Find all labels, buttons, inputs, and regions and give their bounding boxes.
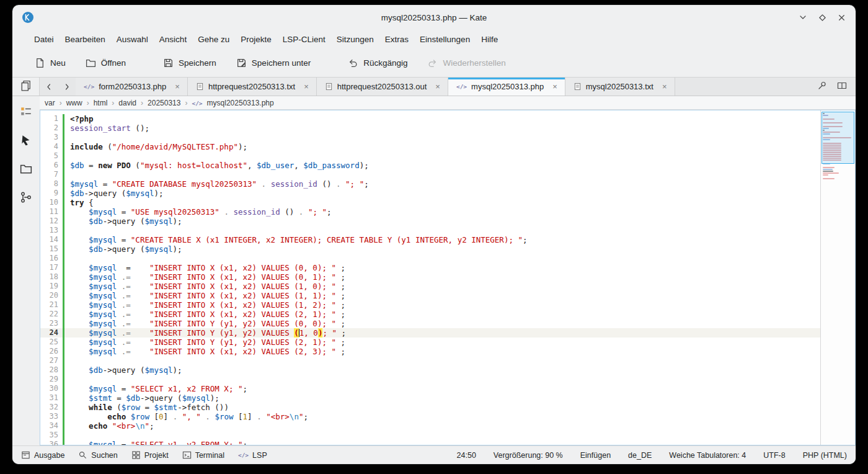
tab-form20250313-php[interactable]: </>form20250313.php× bbox=[76, 78, 188, 96]
toolbar: NeuÖffnenSpeichernSpeichern unterRückgän… bbox=[12, 48, 856, 77]
line-number: 18 bbox=[40, 272, 63, 282]
tab-close-icon[interactable]: × bbox=[661, 82, 668, 91]
window-maximize-icon[interactable] bbox=[818, 14, 826, 22]
code-area[interactable]: <?phpsession_start ();include ("/home/da… bbox=[64, 110, 820, 445]
statusbar-projekt[interactable]: Projekt bbox=[131, 450, 169, 460]
line-number: 20 bbox=[40, 291, 63, 300]
statusbar-encoding[interactable]: UTF-8 bbox=[763, 451, 785, 460]
line-number: 22 bbox=[40, 310, 63, 319]
documents-list-tool[interactable] bbox=[17, 102, 35, 121]
menu-einstellungen[interactable]: Einstellungen bbox=[414, 32, 476, 47]
line-number: 8 bbox=[40, 179, 63, 189]
code-line bbox=[70, 133, 820, 142]
documents-button[interactable] bbox=[12, 78, 40, 96]
statusbar-zoom-level[interactable]: Vergrößerung: 90 % bbox=[494, 451, 563, 460]
statusbar-terminal[interactable]: Terminal bbox=[182, 450, 224, 460]
code-line: $mysql = "USE mysql20250313" . session_i… bbox=[70, 207, 820, 217]
menu-sitzungen[interactable]: Sitzungen bbox=[331, 32, 379, 47]
tab-close-icon[interactable]: × bbox=[174, 82, 181, 91]
window-shade-icon[interactable] bbox=[799, 13, 807, 22]
code-line: $db->query ($mysql); bbox=[70, 365, 820, 375]
filesystem-tool[interactable] bbox=[17, 159, 35, 178]
statusbar-dictionary[interactable]: de_DE bbox=[628, 451, 652, 460]
window-title: mysql20250313.php — Kate bbox=[12, 13, 856, 22]
minimap-viewport[interactable] bbox=[822, 112, 854, 164]
tab-mysql20250313-php[interactable]: </>mysql20250313.php× bbox=[448, 78, 565, 96]
tab-close-icon[interactable]: × bbox=[303, 82, 310, 91]
window-close-icon[interactable] bbox=[838, 14, 846, 22]
menu-extras[interactable]: Extras bbox=[379, 32, 414, 47]
tab-httprequest20250313-out[interactable]: httprequest20250313.out× bbox=[317, 78, 448, 96]
line-number: 26 bbox=[40, 347, 63, 356]
statusbar-cursor-position[interactable]: 24:50 bbox=[457, 451, 476, 460]
statusbar-input-mode[interactable]: Einfügen bbox=[580, 451, 611, 460]
statusbar-suchen[interactable]: Suchen bbox=[78, 450, 117, 460]
menu-hilfe[interactable]: Hilfe bbox=[476, 32, 503, 47]
tab-close-icon[interactable]: × bbox=[434, 82, 441, 91]
window-controls bbox=[799, 5, 846, 30]
neu-button[interactable]: Neu bbox=[29, 54, 72, 72]
tab-mysql20250313-txt[interactable]: mysql20250313.txt× bbox=[565, 78, 675, 96]
rückgängig-button[interactable]: Rückgängig bbox=[342, 54, 414, 72]
tool-sidebar bbox=[12, 96, 40, 445]
breadcrumb-file[interactable]: mysql20250313.php bbox=[207, 99, 274, 107]
statusbar-toolviews: AusgabeSuchenProjektTerminal</>LSP bbox=[21, 450, 267, 460]
breadcrumb-20250313[interactable]: 20250313 bbox=[148, 99, 180, 107]
statusbar-tab-mode[interactable]: Weiche Tabulatoren: 4 bbox=[669, 451, 746, 460]
split-view-icon[interactable] bbox=[837, 81, 847, 93]
breadcrumb-david[interactable]: david bbox=[118, 99, 136, 107]
code-line: $stmt = $db->query ($mysql); bbox=[70, 393, 820, 403]
code-line: $mysql .= "INSERT INTO X (x1, x2) VALUES… bbox=[70, 300, 820, 310]
git-tool[interactable] bbox=[17, 188, 35, 207]
menu-projekte[interactable]: Projekte bbox=[235, 32, 277, 47]
code-line: $mysql .= "INSERT INTO X (x1, x2) VALUES… bbox=[70, 291, 820, 300]
menu-ansicht[interactable]: Ansicht bbox=[154, 32, 192, 47]
öffnen-button[interactable]: Öffnen bbox=[79, 54, 132, 72]
code-line: $mysql = "INSERT INTO X (x1, x2) VALUES … bbox=[70, 263, 820, 272]
toolbar-button-label: Speichern bbox=[179, 58, 216, 68]
menu-auswahl[interactable]: Auswahl bbox=[111, 32, 154, 47]
tabs-scroll-right-icon[interactable] bbox=[58, 78, 76, 96]
menu-bearbeiten[interactable]: Bearbeiten bbox=[60, 32, 111, 47]
text-file-icon bbox=[196, 83, 204, 91]
breadcrumb-www[interactable]: www bbox=[66, 99, 82, 107]
speichern-unter-button[interactable]: Speichern unter bbox=[230, 54, 317, 72]
line-number: 11 bbox=[40, 207, 63, 217]
tabbar-spacer bbox=[675, 78, 809, 96]
line-number: 5 bbox=[40, 151, 63, 161]
breadcrumb-html[interactable]: html bbox=[94, 99, 108, 107]
line-number: 31 bbox=[40, 393, 63, 403]
tab-label: httprequest20250313.txt bbox=[208, 82, 295, 91]
tab-close-icon[interactable]: × bbox=[551, 82, 559, 91]
breadcrumb-separator: › bbox=[185, 99, 187, 107]
menu-gehe-zu[interactable]: Gehe zu bbox=[192, 32, 235, 47]
tabs-scroll-left-icon[interactable] bbox=[40, 78, 58, 96]
titlebar[interactable]: mysql20250313.php — Kate bbox=[12, 5, 856, 30]
statusbar-lsp[interactable]: </>LSP bbox=[238, 451, 267, 460]
line-number: 24 bbox=[40, 328, 63, 338]
code-line: $mysql .= "INSERT INTO Y (y1, y2) VALUES… bbox=[64, 328, 820, 338]
statusbar: AusgabeSuchenProjektTerminal</>LSP 24:50… bbox=[12, 445, 856, 464]
line-number: 19 bbox=[40, 282, 63, 291]
editor[interactable]: 1234567891011121314151617181920212223242… bbox=[40, 110, 856, 445]
tab-label: httprequest20250313.out bbox=[337, 82, 427, 91]
code-line bbox=[70, 226, 820, 235]
breadcrumb-var[interactable]: var bbox=[45, 99, 55, 107]
toolbar-button-label: Neu bbox=[50, 58, 66, 68]
undo-icon bbox=[348, 58, 358, 68]
statusbar-syntax-mode[interactable]: PHP (HTML) bbox=[803, 451, 847, 460]
menu-lsp-client[interactable]: LSP-CLient bbox=[277, 32, 331, 47]
statusbar-ausgabe[interactable]: Ausgabe bbox=[21, 450, 64, 460]
wiederherstellen-button[interactable]: Wiederherstellen bbox=[421, 54, 512, 72]
menu-datei[interactable]: Datei bbox=[29, 32, 60, 47]
code-line: $mysql = "SELECT x1, x2 FROM X; "; bbox=[70, 384, 820, 393]
code-line: $mysql = "CREATE DATABASE mysql20250313"… bbox=[70, 179, 820, 189]
speichern-button[interactable]: Speichern bbox=[157, 54, 223, 72]
text-file-icon bbox=[325, 83, 333, 91]
save-as-icon bbox=[236, 58, 247, 68]
pin-icon[interactable] bbox=[817, 81, 827, 93]
code-line: $db->query ($mysql); bbox=[70, 189, 820, 198]
tab-httprequest20250313-txt[interactable]: httprequest20250313.txt× bbox=[188, 78, 317, 96]
symbols-tool[interactable] bbox=[17, 131, 35, 150]
minimap[interactable] bbox=[820, 110, 855, 445]
